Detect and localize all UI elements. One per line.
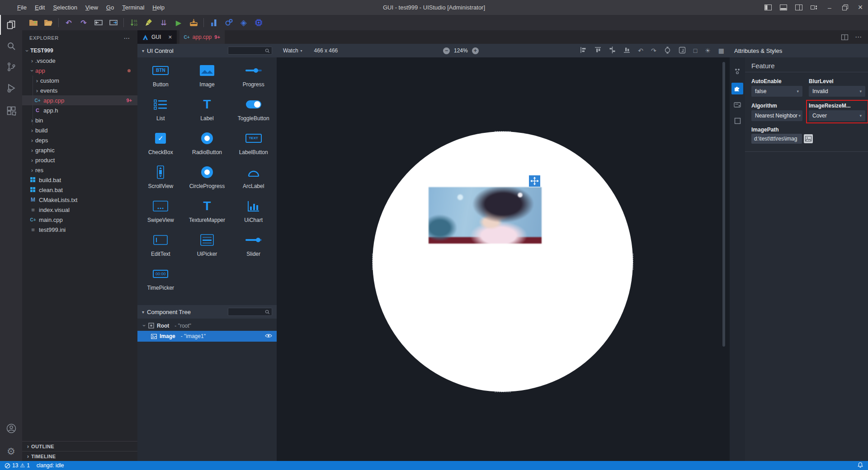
- move-handle[interactable]: [529, 175, 540, 187]
- package-icon[interactable]: ◈: [239, 18, 249, 28]
- menu-go[interactable]: Go: [103, 3, 118, 12]
- canvas-redo-icon[interactable]: ↷: [651, 47, 656, 54]
- canvas-undo-icon[interactable]: ↶: [638, 47, 643, 54]
- blur-level-dropdown[interactable]: Invalid ▾: [809, 86, 865, 97]
- palette-item-checkbox[interactable]: ✓ CheckBox: [137, 126, 184, 160]
- menu-view[interactable]: View: [82, 3, 102, 12]
- export-window-icon[interactable]: [108, 18, 118, 28]
- undo-icon[interactable]: ↶: [64, 18, 74, 28]
- menu-selection[interactable]: Selection: [49, 3, 80, 12]
- palette-item-progress[interactable]: Progress: [230, 58, 277, 92]
- align-bottom-icon[interactable]: [623, 47, 630, 55]
- palette-item-slider[interactable]: Slider: [230, 228, 277, 262]
- feature-category-icon[interactable]: [731, 83, 743, 94]
- palette-item-timepicker[interactable]: 00:00 TimePicker: [137, 262, 184, 296]
- align-left-icon[interactable]: [580, 47, 587, 55]
- sort-lines-icon[interactable]: 0110: [129, 18, 139, 28]
- zoom-in-button[interactable]: +: [472, 47, 479, 54]
- run-icon[interactable]: ▶: [174, 18, 184, 28]
- image1-widget[interactable]: [429, 187, 542, 244]
- restore-button[interactable]: [837, 0, 853, 15]
- tree-item-test999-ini[interactable]: ≡ test999.ini: [22, 225, 137, 235]
- stats-icon[interactable]: [209, 18, 219, 28]
- watch-preview-icon[interactable]: [664, 47, 671, 55]
- tree-node-root[interactable]: › Root - "root": [137, 320, 277, 331]
- zoom-out-button[interactable]: −: [443, 47, 450, 54]
- tree-item-project[interactable]: › TEST999: [22, 46, 137, 56]
- tree-item-cmakelists[interactable]: M CMakeLists.txt: [22, 195, 137, 205]
- timeline-section[interactable]: › TIMELINE: [22, 451, 137, 461]
- tree-item-product[interactable]: › product: [22, 155, 137, 165]
- palette-item-label[interactable]: T Label: [184, 92, 231, 126]
- palette-item-radiobutton[interactable]: RadioButton: [184, 126, 231, 160]
- open-project-icon[interactable]: [43, 18, 53, 28]
- tree-item-main-cpp[interactable]: C+ main.cpp: [22, 215, 137, 225]
- tree-item-deps[interactable]: › deps: [22, 135, 137, 145]
- menu-file[interactable]: File: [14, 3, 30, 12]
- deploy-icon[interactable]: [189, 18, 198, 28]
- algorithm-dropdown[interactable]: Nearest Neighbor ▾: [751, 110, 802, 121]
- tree-item-custom[interactable]: › custom: [22, 75, 137, 85]
- ui-control-search-input[interactable]: [228, 47, 272, 55]
- explorer-view-icon[interactable]: [0, 15, 22, 35]
- menu-edit[interactable]: Edit: [31, 3, 48, 12]
- build-settings-icon[interactable]: [224, 18, 234, 28]
- filter-sort-icon[interactable]: ⇊: [159, 18, 169, 28]
- tree-item-vscode[interactable]: › .vscode: [22, 56, 137, 66]
- border-category-icon[interactable]: [731, 115, 743, 127]
- settings-gear-icon[interactable]: ⚙: [0, 442, 22, 461]
- explorer-more-actions-icon[interactable]: ⋯: [123, 34, 130, 42]
- info-category-icon[interactable]: [731, 99, 743, 111]
- clangd-status[interactable]: clangd: idle: [37, 462, 64, 469]
- tree-item-bin[interactable]: › bin: [22, 115, 137, 125]
- watch-screen-root[interactable]: [373, 132, 633, 392]
- component-tree-header[interactable]: ▾ Component Tree: [137, 305, 277, 319]
- tree-item-app-h[interactable]: C app.h: [22, 105, 137, 115]
- auto-enable-dropdown[interactable]: false ▾: [751, 86, 802, 97]
- source-control-view-icon[interactable]: [0, 57, 22, 77]
- hierarchy-category-icon[interactable]: [731, 66, 743, 77]
- palette-item-image[interactable]: Image: [184, 58, 231, 92]
- tree-item-build-bat[interactable]: build.bat: [22, 175, 137, 185]
- close-button[interactable]: ×: [853, 0, 868, 15]
- close-tab-icon[interactable]: ×: [168, 33, 172, 41]
- toggle-secondary-sidebar-icon[interactable]: [791, 0, 807, 15]
- visibility-eye-icon[interactable]: [265, 333, 272, 340]
- toggle-sidebar-icon[interactable]: [760, 0, 776, 15]
- import-window-icon[interactable]: [94, 18, 104, 28]
- notifications-bell-icon[interactable]: [857, 462, 863, 470]
- split-editor-icon[interactable]: [841, 30, 848, 44]
- tab-app-cpp[interactable]: C+ app.cpp 9+: [179, 30, 225, 44]
- palette-item-uichart[interactable]: UiChart: [230, 194, 277, 228]
- menu-help[interactable]: Help: [149, 3, 168, 12]
- theme-toggle-icon[interactable]: ☀: [705, 47, 711, 54]
- palette-item-circleprogress[interactable]: CircleProgress: [184, 160, 231, 194]
- customize-layout-icon[interactable]: [807, 0, 822, 15]
- image-path-input[interactable]: d:\test\ttt\res\imag: [751, 134, 802, 144]
- outline-section[interactable]: › OUTLINE: [22, 441, 137, 451]
- tree-item-events[interactable]: › events: [22, 85, 137, 95]
- device-select-dropdown[interactable]: Watch ▾: [283, 47, 302, 54]
- palette-item-uipicker[interactable]: UiPicker: [184, 228, 231, 262]
- tree-item-res[interactable]: › res: [22, 165, 137, 175]
- toggle-panel-icon[interactable]: [776, 0, 791, 15]
- tree-item-app[interactable]: › app: [22, 66, 137, 75]
- select-region-icon[interactable]: □: [693, 47, 697, 54]
- image-resize-mode-dropdown[interactable]: Cover ▾: [809, 110, 865, 121]
- browse-image-button[interactable]: [804, 134, 813, 143]
- component-tree-search-input[interactable]: [228, 308, 272, 316]
- align-top-icon[interactable]: [594, 47, 601, 55]
- palette-item-togglebutton[interactable]: ToggleButton: [230, 92, 277, 126]
- tree-item-index-visual[interactable]: ≡ index.visual: [22, 205, 137, 215]
- palette-item-arclabel[interactable]: ArcLabel: [230, 160, 277, 194]
- new-project-icon[interactable]: [28, 18, 38, 28]
- canvas-vertical-scrollbar[interactable]: [722, 62, 725, 347]
- palette-item-labelbutton[interactable]: TEXT LabelButton: [230, 126, 277, 160]
- align-center-icon[interactable]: [609, 47, 616, 55]
- palette-item-edittext[interactable]: EditText: [137, 228, 184, 262]
- tree-item-app-cpp[interactable]: C+ app.cpp 9+: [22, 95, 137, 105]
- tree-node-image1[interactable]: Image - "image1": [137, 331, 277, 342]
- editor-more-actions-icon[interactable]: ⋯: [855, 30, 862, 44]
- search-view-icon[interactable]: [0, 37, 22, 56]
- design-canvas[interactable]: Watch ▾ 466 x 466 − 124% + ↶ ↷ □ ☀ ▦: [277, 44, 730, 461]
